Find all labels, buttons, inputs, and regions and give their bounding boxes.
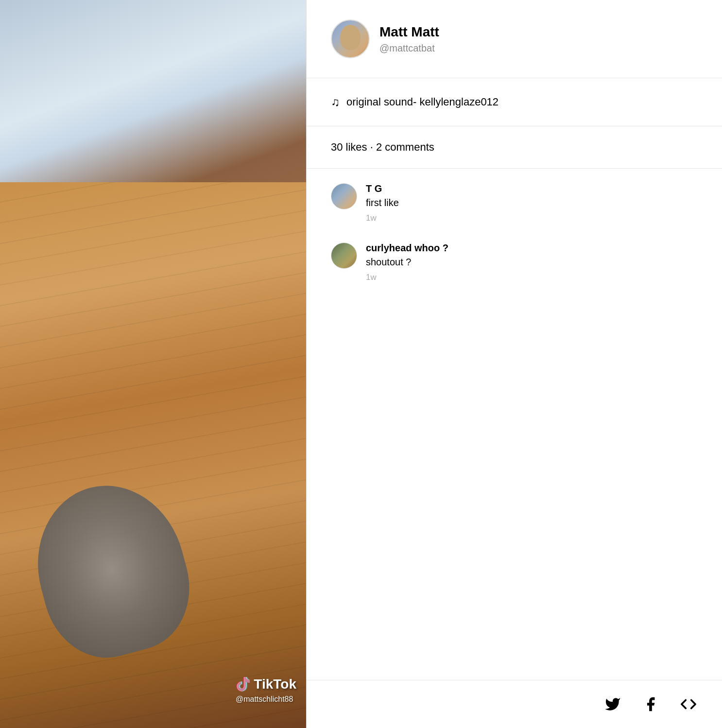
info-panel: Matt Matt @mattcatbat ♫ original sound- … xyxy=(306,0,722,728)
comment-time-2: 1w xyxy=(366,273,448,282)
facebook-icon xyxy=(642,696,659,712)
comment-item: T G first like 1w xyxy=(331,183,698,223)
comment-time-1: 1w xyxy=(366,213,399,223)
facebook-share-button[interactable] xyxy=(641,695,660,713)
embed-share-button[interactable] xyxy=(679,695,698,713)
comment-username-2: curlyhead whoo ? xyxy=(366,243,448,254)
user-handle: @mattcatbat xyxy=(379,43,439,54)
twitter-share-button[interactable] xyxy=(603,695,622,713)
video-background xyxy=(0,0,306,728)
user-info: Matt Matt @mattcatbat xyxy=(379,24,439,54)
tiktok-watermark: TikTok @mattschlicht88 xyxy=(232,676,296,704)
tiktok-video-handle: @mattschlicht88 xyxy=(236,695,293,704)
comment-body-1: T G first like 1w xyxy=(366,183,399,223)
comments-section: T G first like 1w curlyhead whoo ? shout… xyxy=(307,169,722,680)
video-panel: TikTok @mattschlicht88 xyxy=(0,0,306,728)
share-bar xyxy=(307,680,722,728)
tiktok-brand-name: TikTok xyxy=(254,676,296,692)
avatar[interactable] xyxy=(331,19,370,58)
user-header: Matt Matt @mattcatbat xyxy=(307,0,722,78)
comment-avatar-1[interactable] xyxy=(331,183,357,209)
embed-icon xyxy=(680,696,697,712)
avatar-face xyxy=(332,20,369,57)
comment-item: curlyhead whoo ? shoutout ? 1w xyxy=(331,243,698,282)
comment-body-2: curlyhead whoo ? shoutout ? 1w xyxy=(366,243,448,282)
sound-info[interactable]: ♫ original sound- kellylenglaze012 xyxy=(307,78,722,126)
comment-text-1: first like xyxy=(366,197,399,208)
comment-avatar-2[interactable] xyxy=(331,243,357,269)
music-icon: ♫ xyxy=(331,95,340,109)
tiktok-logo-row: TikTok xyxy=(232,676,296,693)
comment-text-2: shoutout ? xyxy=(366,257,448,268)
comment-username-1: T G xyxy=(366,183,399,194)
twitter-icon xyxy=(604,696,621,712)
likes-comments-count: 30 likes · 2 comments xyxy=(331,141,434,153)
sound-text: original sound- kellylenglaze012 xyxy=(346,96,499,108)
tiktok-icon xyxy=(232,676,250,693)
user-name: Matt Matt xyxy=(379,24,439,40)
stats-row: 30 likes · 2 comments xyxy=(307,126,722,169)
